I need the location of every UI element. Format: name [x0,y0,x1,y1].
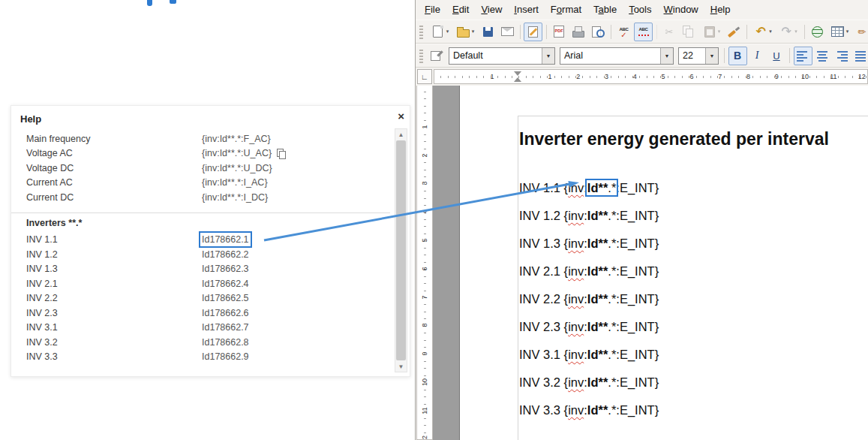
inverter-row[interactable]: INV 2.2 Id178662.5 [11,291,390,306]
ruler-number: 7 [421,295,428,299]
font-name-combobox[interactable]: Arial ▼ [560,47,674,65]
combo-dropdown-icon[interactable]: ▼ [660,48,673,64]
copy-button[interactable]: ▾ [680,23,698,41]
parameter-row[interactable]: Voltage AC {inv:Id**.*:U_AC} [11,146,390,161]
indent-marker[interactable] [514,71,521,82]
undo-button[interactable]: ↶ ▾ [750,23,775,41]
paragraph-style-combobox[interactable]: Default ▼ [449,47,555,65]
menu-help[interactable]: Help [704,2,737,18]
inverter-id[interactable]: Id178662.1 [202,234,249,245]
inverter-row[interactable]: INV 1.2 Id178662.2 [11,247,390,262]
menu-table[interactable]: Table [587,2,623,18]
dropdown-arrow-icon[interactable]: ▾ [769,29,772,35]
document-line[interactable]: INV 3.3 {inv:Id**.*:E_INT} [519,396,659,424]
document-line[interactable]: INV 2.3 {inv:Id**.*:E_INT} [519,313,659,341]
paste-button[interactable]: ▾ [699,23,724,41]
document-line[interactable]: INV 3.1 {inv:Id**.*:E_INT} [519,341,659,369]
inverters-section-header: Inverters **.* [11,216,390,230]
document-page[interactable]: Inverter energy generated per interval I… [459,86,868,440]
document-line[interactable]: INV 1.1 {inv:Id**.*:E_INT} [519,174,659,202]
inverter-row[interactable]: INV 3.2 Id178662.8 [11,335,390,350]
draw-functions-button[interactable]: ✏ ▾ [853,23,868,41]
cut-button[interactable]: ✂ ▾ [660,23,679,41]
align-right-button[interactable] [833,47,851,65]
underline-button[interactable]: U [767,47,786,65]
menu-view[interactable]: View [475,2,508,18]
autospellcheck-button[interactable]: ▾ [634,23,653,41]
font-size-combobox[interactable]: 22 ▼ [678,47,719,65]
combo-dropdown-icon[interactable]: ▼ [542,48,554,64]
document-line[interactable]: INV 1.2 {inv:Id**.*:E_INT} [519,202,659,230]
bold-icon: B [730,48,745,63]
new-document-button[interactable]: ▾ [428,23,452,41]
parameter-row[interactable]: Current AC {inv:Id**.*:I_AC} [11,176,390,191]
spellcheck-button[interactable]: ▾ [614,23,633,41]
save-button[interactable]: ▾ [479,23,497,41]
parameter-row[interactable]: Current DC {inv:Id**.*:I_DC} [11,190,390,205]
email-button[interactable]: ▾ [498,23,517,41]
copy-icon[interactable] [277,149,286,158]
print-button[interactable]: ▾ [569,23,588,41]
toolbar-drag-handle[interactable] [419,48,423,63]
hyperlink-button[interactable]: ▾ [808,23,827,41]
tab-stop-type-button[interactable]: ∟ [417,69,432,84]
inverter-id[interactable]: Id178662.8 [202,337,249,348]
ruler-margin-number: 1 [484,70,500,83]
menu-window[interactable]: Window [658,2,704,18]
inverter-row[interactable]: INV 2.1 Id178662.4 [11,276,390,291]
page-preview-button[interactable]: ▾ [589,23,608,41]
inverter-label: INV 2.2 [26,293,202,303]
open-button[interactable]: ▾ [453,23,478,41]
vertical-ruler[interactable]: 1 2 3 4 5 6 7 8 9 10 [416,86,433,440]
document-line[interactable]: INV 3.2 {inv:Id**.*:E_INT} [519,369,659,396]
table-button[interactable]: ▾ [827,23,852,41]
inverter-id[interactable]: Id178662.9 [202,351,249,362]
menu-insert[interactable]: Insert [508,2,545,18]
scroll-down-icon[interactable]: ▼ [395,361,407,372]
italic-button[interactable]: I [748,47,767,65]
menu-file[interactable]: File [419,2,446,18]
inverter-id[interactable]: Id178662.6 [202,308,249,318]
justify-button[interactable] [852,47,868,65]
dropdown-arrow-icon[interactable]: ▾ [718,29,721,35]
inverter-row[interactable]: INV 1.3 Id178662.3 [11,262,390,277]
inverter-row[interactable]: INV 1.1 Id178662.1 [11,233,390,248]
inverter-id[interactable]: Id178662.7 [202,322,249,333]
inverter-id[interactable]: Id178662.3 [202,264,249,274]
document-line[interactable]: INV 1.3 {inv:Id**.*:E_INT} [519,230,659,258]
inverter-id[interactable]: Id178662.4 [202,279,249,289]
scroll-up-icon[interactable]: ▲ [395,129,407,140]
menu-edit[interactable]: Edit [446,2,475,18]
justify-icon [855,50,867,62]
inverter-id[interactable]: Id178662.2 [202,249,249,260]
styles-window-button[interactable] [428,47,446,65]
menu-tools[interactable]: Tools [623,2,657,18]
close-icon[interactable]: × [398,110,404,122]
document-line[interactable]: INV 2.2 {inv:Id**.*:E_INT} [519,285,659,313]
inverter-row[interactable]: INV 3.1 Id178662.7 [11,321,390,336]
dropdown-arrow-icon[interactable]: ▾ [846,29,849,35]
document-heading[interactable]: Inverter energy generated per interval [519,129,829,149]
parameter-row[interactable]: Voltage DC {inv:Id**.*:U_DC} [11,161,390,176]
scrollbar-thumb[interactable] [396,140,406,360]
align-left-button[interactable] [794,47,812,65]
help-scrollbar[interactable]: ▲ ▼ [395,128,407,372]
bold-button[interactable]: B [728,47,747,65]
inverter-id[interactable]: Id178662.5 [202,293,249,303]
redo-button[interactable]: ↷ ▾ [776,23,800,41]
dropdown-arrow-icon[interactable]: ▾ [446,29,449,35]
export-pdf-button[interactable]: ▾ [550,23,569,41]
inverter-row[interactable]: INV 3.3 Id178662.9 [11,350,390,365]
document-line[interactable]: INV 2.1 {inv:Id**.*:E_INT} [519,258,659,285]
horizontal-ruler[interactable]: 1 1 2 3 4 5 6 7 8 9 [434,69,868,84]
dropdown-arrow-icon[interactable]: ▾ [472,29,475,35]
menu-format[interactable]: Format [545,2,587,18]
edit-file-button[interactable]: ▾ [524,23,542,41]
combo-dropdown-icon[interactable]: ▼ [705,48,718,64]
parameter-row[interactable]: Main frequency {inv:Id**.*:F_AC} [11,131,390,146]
dropdown-arrow-icon[interactable]: ▾ [794,29,797,35]
inverter-row[interactable]: INV 2.3 Id178662.6 [11,306,390,321]
format-paintbrush-button[interactable]: ▾ [725,23,743,41]
align-center-button[interactable] [813,47,832,65]
toolbar-drag-handle[interactable] [419,24,423,39]
